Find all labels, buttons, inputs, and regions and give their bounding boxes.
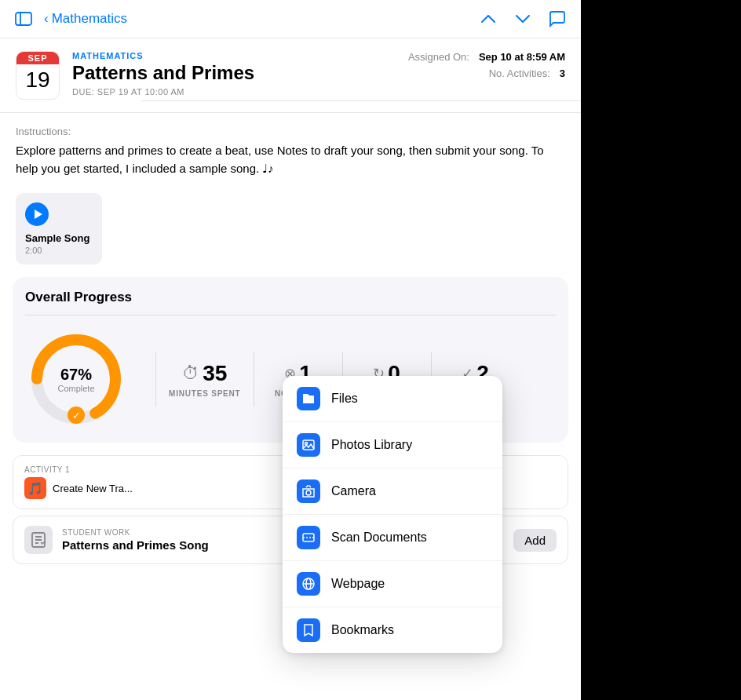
main-panel: ‹ Mathematics SEP 19 xyxy=(0,0,581,700)
files-icon xyxy=(297,387,320,410)
assignment-meta: Assigned On: Sep 10 at 8:59 AM No. Activ… xyxy=(408,51,565,100)
bookmarks-icon xyxy=(297,618,320,642)
activities-value: 3 xyxy=(560,67,565,79)
activity-1-icon: 🎵 xyxy=(24,477,46,499)
activity-1-number: ACTIVITY 1 xyxy=(24,465,279,474)
photos-icon xyxy=(297,433,320,457)
menu-bookmarks-label: Bookmarks xyxy=(331,623,394,637)
menu-camera-label: Camera xyxy=(331,484,376,498)
progress-divider xyxy=(25,315,556,315)
activities-row-meta: No. Activities: 3 xyxy=(408,67,565,79)
minutes-top: ⏱ 35 xyxy=(182,361,227,386)
student-work-icon xyxy=(24,526,53,554)
activity-1-name: Create New Tra... xyxy=(53,483,133,494)
menu-scan-label: Scan Documents xyxy=(331,530,427,545)
play-icon xyxy=(35,210,42,219)
back-label: Mathematics xyxy=(52,11,127,27)
stat-divider-1 xyxy=(155,352,156,407)
context-menu: Files Photos Library Camera Scan Documen… xyxy=(283,376,502,653)
menu-item-camera[interactable]: Camera xyxy=(283,468,502,515)
comment-button[interactable] xyxy=(546,8,568,30)
donut-percentage: 67% xyxy=(57,366,94,384)
activity-1-name-row: 🎵 Create New Tra... xyxy=(24,477,279,499)
song-name: Sample Song xyxy=(25,232,93,244)
menu-files-label: Files xyxy=(331,392,358,406)
scan-icon xyxy=(297,526,320,549)
instructions-section: Instructions: Explore patterns and prime… xyxy=(0,113,581,184)
stat-divider-2 xyxy=(254,352,254,407)
menu-item-files[interactable]: Files xyxy=(283,376,502,422)
activities-label: No. Activities: xyxy=(489,67,550,79)
calendar-month: SEP xyxy=(16,52,59,64)
menu-webpage-label: Webpage xyxy=(331,577,385,591)
progress-donut: 67% Complete ✓ xyxy=(25,328,127,430)
song-duration: 2:00 xyxy=(25,246,93,255)
donut-check-icon: ✓ xyxy=(68,407,85,424)
top-nav: ‹ Mathematics xyxy=(0,0,581,38)
svg-rect-9 xyxy=(303,440,314,450)
minutes-label: MINUTES SPENT xyxy=(169,389,241,398)
camera-icon xyxy=(297,479,320,503)
subject-label: MATHEMATICS xyxy=(72,51,396,60)
nav-up-button[interactable] xyxy=(477,8,499,30)
assignment-title: Patterns and Primes xyxy=(72,62,396,84)
menu-item-photos[interactable]: Photos Library xyxy=(283,422,502,468)
clock-icon: ⏱ xyxy=(182,363,199,384)
progress-title: Overall Progress xyxy=(25,290,556,305)
sidebar-toggle-button[interactable] xyxy=(13,10,35,27)
menu-item-bookmarks[interactable]: Bookmarks xyxy=(283,607,502,653)
webpage-icon xyxy=(297,572,320,596)
menu-item-webpage[interactable]: Webpage xyxy=(283,561,502,607)
minutes-stat: ⏱ 35 MINUTES SPENT xyxy=(169,361,241,398)
play-button[interactable] xyxy=(25,202,49,226)
assignment-header: SEP 19 MATHEMATICS Patterns and Primes D… xyxy=(0,38,581,113)
svg-rect-12 xyxy=(303,534,314,541)
assigned-value: Sep 10 at 8:59 AM xyxy=(479,51,565,63)
calendar-icon: SEP 19 xyxy=(16,51,60,100)
assigned-on-row: Assigned On: Sep 10 at 8:59 AM xyxy=(408,51,565,63)
donut-label: Complete xyxy=(57,384,94,393)
donut-center: 67% Complete xyxy=(57,366,94,393)
due-date: DUE: SEP 19 AT 10:00 AM xyxy=(72,87,396,97)
instructions-label: Instructions: xyxy=(16,126,565,137)
nav-actions xyxy=(477,8,568,30)
svg-rect-0 xyxy=(16,13,31,25)
back-button[interactable]: ‹ Mathematics xyxy=(44,11,127,27)
nav-down-button[interactable] xyxy=(512,8,534,30)
assignment-info: MATHEMATICS Patterns and Primes DUE: SEP… xyxy=(72,51,396,100)
add-button[interactable]: Add xyxy=(513,529,557,552)
menu-photos-label: Photos Library xyxy=(331,438,412,452)
connector-line xyxy=(141,100,581,101)
svg-point-11 xyxy=(306,490,311,495)
instructions-text: Explore patterns and primes to create a … xyxy=(16,142,565,177)
menu-item-scan[interactable]: Scan Documents xyxy=(283,515,502,561)
chevron-left-icon: ‹ xyxy=(44,11,49,27)
activity-1[interactable]: ACTIVITY 1 🎵 Create New Tra... xyxy=(13,456,291,509)
minutes-value: 35 xyxy=(203,361,227,386)
calendar-day: 19 xyxy=(16,64,59,96)
sample-song-card[interactable]: Sample Song 2:00 xyxy=(16,193,102,264)
black-panel xyxy=(581,0,741,700)
assigned-label: Assigned On: xyxy=(408,51,469,63)
